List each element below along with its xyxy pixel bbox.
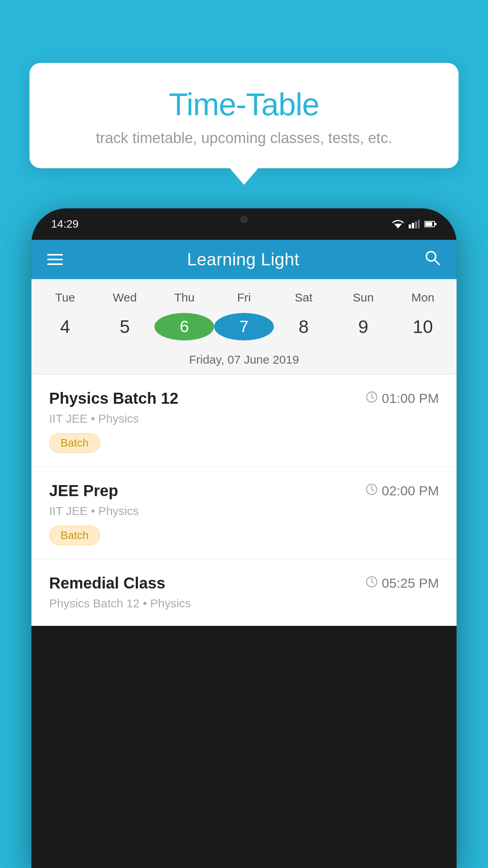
schedule-sub: IIT JEE • Physics bbox=[49, 412, 439, 425]
batch-badge: Batch bbox=[49, 433, 100, 453]
day-label-tue: Tue bbox=[35, 287, 95, 308]
wifi-icon bbox=[392, 220, 404, 228]
day-7-selected[interactable]: 7 bbox=[214, 313, 274, 340]
phone-frame: 14:29 bbox=[31, 208, 457, 868]
svg-line-9 bbox=[435, 260, 439, 265]
tooltip-title: Time-Table bbox=[49, 86, 439, 123]
notch bbox=[218, 208, 270, 230]
day-label-mon: Mon bbox=[393, 287, 453, 308]
day-labels: Tue Wed Thu Fri Sat Sun Mon bbox=[31, 287, 457, 308]
clock-icon-3 bbox=[366, 576, 378, 591]
day-5[interactable]: 5 bbox=[95, 312, 155, 341]
schedule-item-physics-batch[interactable]: Physics Batch 12 01:00 PM IIT JEE • Phys… bbox=[31, 375, 457, 467]
selected-date-label: Friday, 07 June 2019 bbox=[31, 349, 457, 375]
day-10[interactable]: 10 bbox=[393, 312, 453, 341]
hamburger-menu-button[interactable] bbox=[47, 254, 63, 265]
calendar-strip: Tue Wed Thu Fri Sat Sun Mon 4 5 6 7 8 9 … bbox=[31, 279, 457, 375]
batch-badge-2: Batch bbox=[49, 526, 100, 545]
schedule-item-remedial[interactable]: Remedial Class 05:25 PM Physics Batch 12… bbox=[31, 559, 457, 626]
app-title: Learning Light bbox=[187, 250, 299, 269]
schedule-name: Physics Batch 12 bbox=[49, 390, 178, 407]
clock-icon bbox=[366, 391, 378, 406]
svg-rect-7 bbox=[425, 222, 432, 226]
schedule-name-2: JEE Prep bbox=[49, 482, 118, 500]
schedule-sub-3: Physics Batch 12 • Physics bbox=[49, 597, 439, 610]
schedule-time: 01:00 PM bbox=[366, 391, 439, 406]
camera-dot bbox=[240, 215, 248, 223]
svg-marker-0 bbox=[394, 224, 402, 228]
clock-icon-2 bbox=[366, 484, 378, 498]
day-9[interactable]: 9 bbox=[334, 312, 393, 341]
schedule-item-header: Physics Batch 12 01:00 PM bbox=[49, 390, 439, 407]
svg-line-15 bbox=[372, 489, 374, 491]
day-numbers: 4 5 6 7 8 9 10 bbox=[31, 308, 457, 349]
svg-line-18 bbox=[372, 582, 374, 583]
day-6-today[interactable]: 6 bbox=[154, 313, 214, 340]
schedule-item-jee-prep[interactable]: JEE Prep 02:00 PM IIT JEE • Physics Batc… bbox=[31, 467, 457, 559]
app-header: Learning Light bbox=[31, 240, 457, 279]
signal-icon bbox=[409, 220, 420, 228]
svg-rect-4 bbox=[418, 220, 420, 228]
search-icon[interactable] bbox=[424, 249, 441, 270]
schedule-name-3: Remedial Class bbox=[49, 574, 165, 592]
svg-rect-6 bbox=[435, 223, 437, 225]
schedule-time-3: 05:25 PM bbox=[366, 576, 439, 591]
day-8[interactable]: 8 bbox=[274, 312, 334, 341]
schedule-list: Physics Batch 12 01:00 PM IIT JEE • Phys… bbox=[31, 375, 457, 626]
svg-rect-2 bbox=[412, 223, 414, 228]
tooltip-subtitle: track timetable, upcoming classes, tests… bbox=[49, 130, 439, 147]
svg-line-12 bbox=[372, 397, 374, 398]
svg-rect-1 bbox=[409, 224, 411, 228]
schedule-sub-2: IIT JEE • Physics bbox=[49, 504, 439, 518]
status-time: 14:29 bbox=[51, 218, 79, 230]
battery-icon bbox=[424, 221, 437, 228]
day-label-wed: Wed bbox=[95, 287, 155, 308]
day-label-sat: Sat bbox=[274, 287, 334, 308]
day-label-fri: Fri bbox=[214, 287, 274, 308]
day-label-thu: Thu bbox=[154, 287, 214, 308]
schedule-item-header-3: Remedial Class 05:25 PM bbox=[49, 574, 439, 592]
schedule-item-header-2: JEE Prep 02:00 PM bbox=[49, 482, 439, 500]
svg-rect-3 bbox=[415, 221, 417, 228]
day-label-sun: Sun bbox=[334, 287, 393, 308]
status-icons bbox=[392, 220, 437, 228]
schedule-time-2: 02:00 PM bbox=[366, 483, 439, 498]
status-bar: 14:29 bbox=[31, 208, 457, 240]
day-4[interactable]: 4 bbox=[35, 312, 95, 341]
tooltip-card: Time-Table track timetable, upcoming cla… bbox=[29, 63, 459, 168]
